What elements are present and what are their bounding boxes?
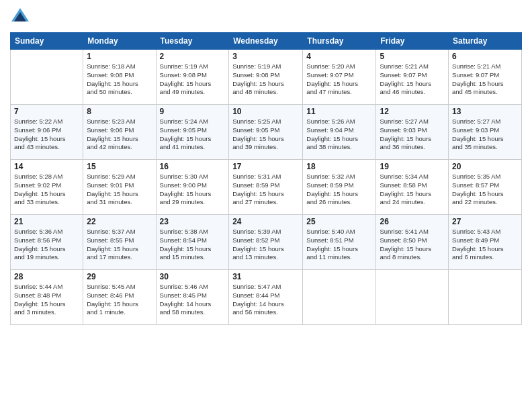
day-number: 12 xyxy=(380,107,445,116)
calendar-cell: 19Sunrise: 5:34 AM Sunset: 8:58 PM Dayli… xyxy=(376,160,449,215)
day-number: 18 xyxy=(306,162,372,171)
day-number: 22 xyxy=(87,217,152,226)
day-info: Sunrise: 5:47 AM Sunset: 8:44 PM Dayligh… xyxy=(232,283,299,317)
day-info: Sunrise: 5:35 AM Sunset: 8:57 PM Dayligh… xyxy=(452,173,518,207)
calendar-cell: 18Sunrise: 5:32 AM Sunset: 8:59 PM Dayli… xyxy=(303,160,376,215)
day-info: Sunrise: 5:19 AM Sunset: 9:08 PM Dayligh… xyxy=(160,62,226,97)
calendar-cell: 27Sunrise: 5:43 AM Sunset: 8:49 PM Dayli… xyxy=(449,215,522,270)
day-number: 20 xyxy=(452,162,518,171)
day-info: Sunrise: 5:27 AM Sunset: 9:03 PM Dayligh… xyxy=(380,118,445,152)
day-info: Sunrise: 5:26 AM Sunset: 9:04 PM Dayligh… xyxy=(306,118,372,152)
day-number: 27 xyxy=(452,217,518,226)
calendar-cell: 31Sunrise: 5:47 AM Sunset: 8:44 PM Dayli… xyxy=(229,270,303,325)
day-info: Sunrise: 5:45 AM Sunset: 8:46 PM Dayligh… xyxy=(87,283,152,317)
day-number: 3 xyxy=(232,52,299,61)
day-info: Sunrise: 5:24 AM Sunset: 9:05 PM Dayligh… xyxy=(160,118,226,152)
day-number: 31 xyxy=(232,272,299,281)
calendar-cell: 14Sunrise: 5:28 AM Sunset: 9:02 PM Dayli… xyxy=(11,160,83,215)
calendar-cell: 30Sunrise: 5:46 AM Sunset: 8:45 PM Dayli… xyxy=(156,270,229,325)
day-number: 21 xyxy=(14,217,79,226)
day-info: Sunrise: 5:37 AM Sunset: 8:55 PM Dayligh… xyxy=(87,228,152,262)
day-number: 4 xyxy=(306,52,372,61)
calendar-cell xyxy=(449,270,522,325)
calendar-cell: 5Sunrise: 5:21 AM Sunset: 9:07 PM Daylig… xyxy=(376,50,449,105)
calendar-cell: 12Sunrise: 5:27 AM Sunset: 9:03 PM Dayli… xyxy=(376,105,449,160)
day-number: 13 xyxy=(452,107,518,116)
col-header-thursday: Thursday xyxy=(303,33,376,50)
calendar-cell: 7Sunrise: 5:22 AM Sunset: 9:06 PM Daylig… xyxy=(11,105,83,160)
header xyxy=(10,7,522,27)
day-number: 11 xyxy=(306,107,372,116)
day-number: 5 xyxy=(380,52,445,61)
calendar-cell: 26Sunrise: 5:41 AM Sunset: 8:50 PM Dayli… xyxy=(376,215,449,270)
day-info: Sunrise: 5:46 AM Sunset: 8:45 PM Dayligh… xyxy=(160,283,226,317)
calendar-cell: 16Sunrise: 5:30 AM Sunset: 9:00 PM Dayli… xyxy=(156,160,229,215)
day-number: 10 xyxy=(232,107,299,116)
day-info: Sunrise: 5:27 AM Sunset: 9:03 PM Dayligh… xyxy=(452,118,518,152)
col-header-sunday: Sunday xyxy=(11,33,83,50)
calendar-cell: 6Sunrise: 5:21 AM Sunset: 9:07 PM Daylig… xyxy=(449,50,522,105)
col-header-friday: Friday xyxy=(376,33,449,50)
day-info: Sunrise: 5:30 AM Sunset: 9:00 PM Dayligh… xyxy=(160,173,226,207)
calendar-header-row: SundayMondayTuesdayWednesdayThursdayFrid… xyxy=(11,33,522,50)
day-number: 1 xyxy=(87,52,152,61)
calendar-cell: 2Sunrise: 5:19 AM Sunset: 9:08 PM Daylig… xyxy=(156,50,229,105)
week-row-5: 28Sunrise: 5:44 AM Sunset: 8:48 PM Dayli… xyxy=(11,270,522,325)
day-info: Sunrise: 5:22 AM Sunset: 9:06 PM Dayligh… xyxy=(14,118,79,152)
day-info: Sunrise: 5:23 AM Sunset: 9:06 PM Dayligh… xyxy=(87,118,152,152)
day-info: Sunrise: 5:18 AM Sunset: 9:08 PM Dayligh… xyxy=(87,62,152,97)
day-info: Sunrise: 5:21 AM Sunset: 9:07 PM Dayligh… xyxy=(452,62,518,97)
day-info: Sunrise: 5:34 AM Sunset: 8:58 PM Dayligh… xyxy=(380,173,445,207)
day-number: 28 xyxy=(14,272,79,281)
logo xyxy=(10,7,33,27)
day-info: Sunrise: 5:32 AM Sunset: 8:59 PM Dayligh… xyxy=(306,173,372,207)
week-row-1: 1Sunrise: 5:18 AM Sunset: 9:08 PM Daylig… xyxy=(11,50,522,105)
day-number: 16 xyxy=(160,162,226,171)
calendar-cell: 17Sunrise: 5:31 AM Sunset: 8:59 PM Dayli… xyxy=(229,160,303,215)
calendar-cell: 20Sunrise: 5:35 AM Sunset: 8:57 PM Dayli… xyxy=(449,160,522,215)
logo-icon xyxy=(10,7,30,27)
day-info: Sunrise: 5:38 AM Sunset: 8:54 PM Dayligh… xyxy=(160,228,226,262)
calendar-cell: 28Sunrise: 5:44 AM Sunset: 8:48 PM Dayli… xyxy=(11,270,83,325)
day-info: Sunrise: 5:19 AM Sunset: 9:08 PM Dayligh… xyxy=(232,62,299,97)
day-number: 6 xyxy=(452,52,518,61)
day-number: 9 xyxy=(160,107,226,116)
day-info: Sunrise: 5:29 AM Sunset: 9:01 PM Dayligh… xyxy=(87,173,152,207)
day-info: Sunrise: 5:31 AM Sunset: 8:59 PM Dayligh… xyxy=(232,173,299,207)
day-number: 19 xyxy=(380,162,445,171)
calendar-cell: 25Sunrise: 5:40 AM Sunset: 8:51 PM Dayli… xyxy=(303,215,376,270)
page: SundayMondayTuesdayWednesdayThursdayFrid… xyxy=(0,0,532,411)
day-info: Sunrise: 5:40 AM Sunset: 8:51 PM Dayligh… xyxy=(306,228,372,262)
day-info: Sunrise: 5:43 AM Sunset: 8:49 PM Dayligh… xyxy=(452,228,518,262)
day-number: 25 xyxy=(306,217,372,226)
day-number: 29 xyxy=(87,272,152,281)
day-number: 2 xyxy=(160,52,226,61)
calendar-cell: 24Sunrise: 5:39 AM Sunset: 8:52 PM Dayli… xyxy=(229,215,303,270)
calendar-cell: 11Sunrise: 5:26 AM Sunset: 9:04 PM Dayli… xyxy=(303,105,376,160)
col-header-tuesday: Tuesday xyxy=(156,33,229,50)
day-info: Sunrise: 5:41 AM Sunset: 8:50 PM Dayligh… xyxy=(380,228,445,262)
day-info: Sunrise: 5:36 AM Sunset: 8:56 PM Dayligh… xyxy=(14,228,79,262)
calendar-cell xyxy=(376,270,449,325)
calendar-cell xyxy=(303,270,376,325)
day-info: Sunrise: 5:21 AM Sunset: 9:07 PM Dayligh… xyxy=(380,62,445,97)
week-row-2: 7Sunrise: 5:22 AM Sunset: 9:06 PM Daylig… xyxy=(11,105,522,160)
calendar-cell: 22Sunrise: 5:37 AM Sunset: 8:55 PM Dayli… xyxy=(83,215,156,270)
week-row-4: 21Sunrise: 5:36 AM Sunset: 8:56 PM Dayli… xyxy=(11,215,522,270)
calendar-cell: 10Sunrise: 5:25 AM Sunset: 9:05 PM Dayli… xyxy=(229,105,303,160)
day-number: 14 xyxy=(14,162,79,171)
day-number: 30 xyxy=(160,272,226,281)
day-number: 23 xyxy=(160,217,226,226)
col-header-monday: Monday xyxy=(83,33,156,50)
calendar-cell: 1Sunrise: 5:18 AM Sunset: 9:08 PM Daylig… xyxy=(83,50,156,105)
day-info: Sunrise: 5:39 AM Sunset: 8:52 PM Dayligh… xyxy=(232,228,299,262)
calendar-cell: 8Sunrise: 5:23 AM Sunset: 9:06 PM Daylig… xyxy=(83,105,156,160)
calendar-cell: 21Sunrise: 5:36 AM Sunset: 8:56 PM Dayli… xyxy=(11,215,83,270)
week-row-3: 14Sunrise: 5:28 AM Sunset: 9:02 PM Dayli… xyxy=(11,160,522,215)
day-number: 7 xyxy=(14,107,79,116)
calendar-cell: 9Sunrise: 5:24 AM Sunset: 9:05 PM Daylig… xyxy=(156,105,229,160)
day-number: 24 xyxy=(232,217,299,226)
col-header-wednesday: Wednesday xyxy=(229,33,303,50)
col-header-saturday: Saturday xyxy=(449,33,522,50)
day-info: Sunrise: 5:25 AM Sunset: 9:05 PM Dayligh… xyxy=(232,118,299,152)
